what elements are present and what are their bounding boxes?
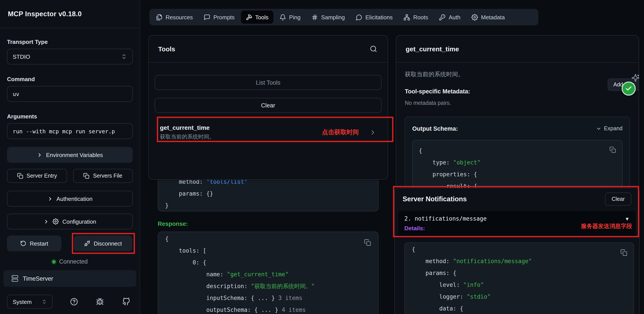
copy-icon bbox=[610, 146, 616, 153]
server-list-item[interactable]: TimeServer bbox=[4, 270, 136, 287]
ping-icon bbox=[280, 14, 286, 21]
theme-value: System bbox=[13, 298, 32, 305]
metadata-icon bbox=[472, 14, 478, 21]
code-line: 0: { bbox=[165, 256, 371, 268]
auth-icon bbox=[439, 14, 446, 21]
connection-status: Connected bbox=[7, 258, 133, 265]
servers-file-button[interactable]: Servers File bbox=[73, 169, 133, 183]
bug-report-button[interactable] bbox=[95, 297, 105, 306]
sidebar-footer: System bbox=[0, 289, 140, 314]
environment-variables-label: Environment Variables bbox=[46, 152, 103, 158]
chevron-right-icon bbox=[47, 196, 53, 201]
command-input[interactable] bbox=[7, 86, 133, 102]
check-icon bbox=[625, 85, 632, 92]
annotation-label-notification: 服务器发送消息字段 bbox=[581, 222, 632, 230]
status-text: Connected bbox=[59, 258, 88, 265]
code-line: params: { bbox=[412, 267, 626, 279]
code-line: type: "object" bbox=[419, 157, 616, 168]
tab-label: Resources bbox=[166, 14, 193, 21]
tools-panel-title: Tools bbox=[158, 45, 175, 53]
tools-panel-header: Tools bbox=[148, 36, 388, 63]
tool-list-item[interactable]: get_current_time 获取当前的系统时间。 点击获取时间 bbox=[155, 121, 382, 144]
copy-icon bbox=[84, 173, 90, 179]
environment-variables-button[interactable]: Environment Variables bbox=[7, 147, 133, 163]
prompts-icon bbox=[204, 14, 210, 21]
code-line: description: "获取当前的系统时间。" bbox=[165, 280, 371, 292]
configuration-button[interactable]: Configuration bbox=[7, 214, 133, 229]
tools-icon bbox=[246, 14, 252, 21]
tab-sampling[interactable]: Sampling bbox=[307, 11, 350, 24]
transport-type-label: Transport Type bbox=[7, 39, 133, 45]
restart-button[interactable]: Restart bbox=[7, 235, 61, 251]
notification-code-block: { method: "notifications/message" params… bbox=[404, 242, 634, 314]
sidebar: MCP Inspector v0.18.0 Transport Type STD… bbox=[0, 0, 140, 314]
tab-tools[interactable]: Tools bbox=[241, 11, 273, 24]
output-schema-header: Output Schema: Expand bbox=[412, 117, 622, 140]
bug-icon bbox=[96, 298, 104, 306]
tab-resources[interactable]: Resources bbox=[151, 11, 198, 24]
tab-label: Roots bbox=[413, 14, 428, 21]
list-tools-button[interactable]: List Tools bbox=[155, 75, 382, 90]
notification-method: 2. notifications/message bbox=[404, 215, 487, 222]
code-line: data: { bbox=[412, 302, 626, 314]
app-title: MCP Inspector v0.18.0 bbox=[8, 10, 82, 18]
disconnect-button[interactable]: Disconnect bbox=[74, 235, 132, 251]
tool-detail-title: get_current_time bbox=[406, 45, 459, 53]
github-icon bbox=[122, 298, 130, 306]
authentication-button[interactable]: Authentication bbox=[7, 191, 133, 207]
code-line: method: "notifications/message" bbox=[412, 255, 626, 267]
server-icon bbox=[12, 275, 18, 282]
copy-button[interactable] bbox=[610, 146, 616, 153]
arguments-input[interactable] bbox=[7, 123, 133, 139]
tab-elicitations[interactable]: Elicitations bbox=[351, 11, 397, 24]
tab-auth[interactable]: Auth bbox=[434, 11, 466, 24]
tab-label: Sampling bbox=[321, 14, 345, 21]
annotation-label-tool: 点击获取时间 bbox=[322, 129, 359, 136]
server-entry-button[interactable]: Server Entry bbox=[7, 169, 67, 183]
transport-type-value: STDIO bbox=[13, 53, 30, 60]
restart-icon bbox=[20, 240, 26, 246]
code-line: { bbox=[165, 233, 371, 245]
code-line: properties: { bbox=[419, 168, 616, 180]
app-window: MCP Inspector v0.18.0 Transport Type STD… bbox=[0, 0, 644, 314]
tools-panel: Tools List Tools Clear get_current_time … bbox=[148, 35, 388, 180]
tab-prompts[interactable]: Prompts bbox=[199, 11, 240, 24]
configuration-label: Configuration bbox=[62, 218, 96, 225]
roots-icon bbox=[404, 14, 410, 21]
tab-roots[interactable]: Roots bbox=[399, 11, 433, 24]
tab-label: Auth bbox=[449, 14, 461, 21]
search-button[interactable] bbox=[369, 44, 378, 54]
theme-select[interactable]: System bbox=[7, 295, 52, 309]
clear-notifications-button[interactable]: Clear bbox=[605, 192, 631, 206]
tab-label: Ping bbox=[289, 14, 300, 21]
notifications-header: Server Notifications Clear bbox=[395, 188, 639, 210]
transport-type-select[interactable]: STDIO bbox=[7, 49, 133, 65]
tab-label: Metadata bbox=[481, 14, 505, 21]
collapse-caret-icon[interactable]: ▼ bbox=[625, 216, 630, 221]
chevron-right-icon bbox=[37, 152, 42, 158]
search-icon bbox=[370, 45, 377, 53]
sampling-icon bbox=[312, 14, 318, 21]
tab-ping[interactable]: Ping bbox=[275, 11, 305, 24]
copy-icon bbox=[17, 173, 23, 179]
code-line: inputSchema: { ... } 3 items bbox=[165, 292, 371, 304]
help-button[interactable] bbox=[69, 297, 79, 306]
sidebar-header: MCP Inspector v0.18.0 bbox=[0, 0, 140, 28]
extension-check-badge bbox=[622, 82, 636, 96]
tab-metadata[interactable]: Metadata bbox=[466, 11, 510, 24]
disconnect-label: Disconnect bbox=[94, 240, 122, 247]
clear-tools-button[interactable]: Clear bbox=[155, 98, 382, 113]
command-label: Command bbox=[7, 76, 133, 83]
tool-description: 获取当前的系统时间。 bbox=[160, 133, 322, 141]
copy-button[interactable] bbox=[620, 249, 627, 256]
notification-item[interactable]: 2. notifications/message ▼ Details: 服务器发… bbox=[398, 211, 636, 237]
unplug-icon bbox=[84, 240, 90, 246]
code-line: name: "get_current_time" bbox=[165, 268, 371, 280]
code-line: { bbox=[419, 145, 616, 157]
chevrons-up-down-icon bbox=[42, 299, 47, 304]
no-metadata-text: No metadata pairs. bbox=[405, 100, 630, 106]
response-code-block: { tools: [ 0: { name: "get_current_time"… bbox=[158, 231, 378, 314]
expand-toggle[interactable]: Expand bbox=[596, 125, 622, 132]
copy-button[interactable] bbox=[364, 239, 371, 246]
github-button[interactable] bbox=[121, 297, 131, 306]
